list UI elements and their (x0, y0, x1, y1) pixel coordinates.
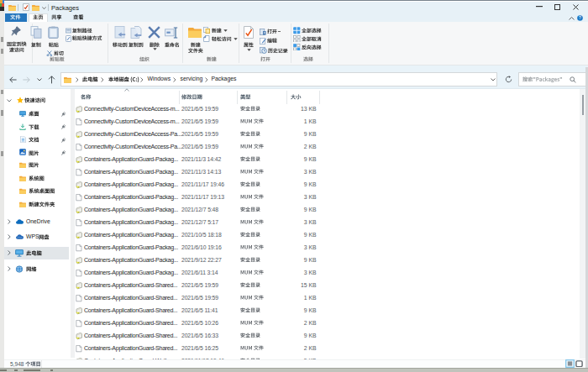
svg-text:?: ? (579, 15, 581, 20)
